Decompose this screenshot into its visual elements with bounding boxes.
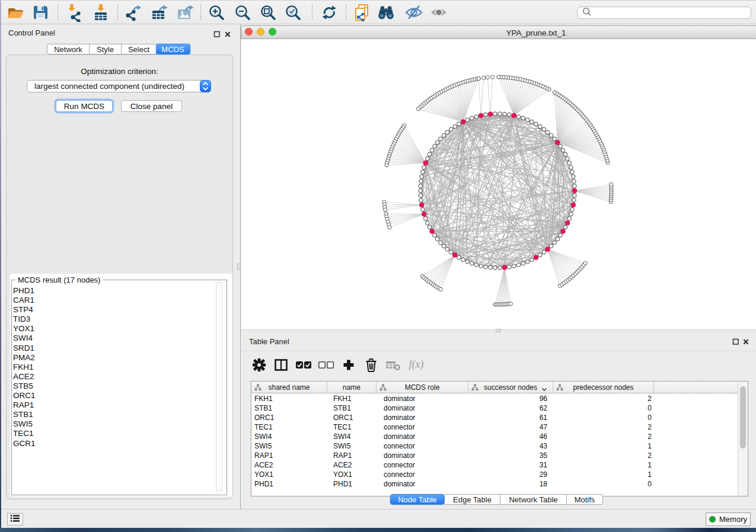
- column-header-predecessor-nodes[interactable]: predecessor nodes: [553, 382, 654, 393]
- window-close-button[interactable]: [245, 28, 253, 36]
- cell: RAP1: [327, 451, 377, 460]
- tab-style[interactable]: Style: [90, 44, 122, 55]
- close-panel-button[interactable]: Close panel: [121, 100, 182, 112]
- cell: 18: [468, 479, 553, 489]
- binoculars-icon[interactable]: [376, 2, 396, 23]
- optimization-criterion-select[interactable]: largest connected component (undirected): [27, 80, 211, 92]
- search-input[interactable]: [592, 8, 751, 18]
- vertical-splitter-handle[interactable]: [237, 264, 241, 270]
- search-icon: [582, 7, 592, 20]
- mcds-result-item[interactable]: RAP1: [13, 400, 209, 410]
- cell: ACE2: [251, 460, 327, 470]
- table-row-ORC1[interactable]: ORC1ORC1dominator610: [251, 413, 732, 422]
- cell: dominator: [377, 413, 468, 422]
- window-minimize-button[interactable]: [257, 28, 264, 36]
- gear-icon[interactable]: [250, 356, 268, 374]
- mcds-result-item[interactable]: FKH1: [13, 363, 209, 372]
- mcds-result-item[interactable]: ORC1: [13, 391, 209, 400]
- mcds-result-item[interactable]: STB5: [13, 382, 209, 391]
- mcds-result-item[interactable]: TID3: [13, 315, 209, 324]
- mcds-result-item[interactable]: ACE2: [13, 372, 209, 382]
- run-mcds-button[interactable]: Run MCDS: [56, 100, 113, 112]
- horizontal-splitter-handle[interactable]: [496, 329, 501, 332]
- sort-descending-icon: [541, 385, 547, 393]
- export-network-icon[interactable]: [123, 2, 143, 23]
- open-folder-icon[interactable]: [5, 2, 25, 23]
- cell: STB1: [327, 403, 377, 413]
- column-header-MCDS-role[interactable]: MCDS role: [377, 382, 468, 393]
- list-menu-icon: [10, 514, 20, 525]
- mcds-result-item[interactable]: YOX1: [13, 324, 209, 334]
- node-table-scrollbar[interactable]: [738, 382, 748, 496]
- table-row-SWI5[interactable]: SWI5SWI5connector431: [251, 441, 732, 451]
- table-row-PHD1[interactable]: PHD1PHD1dominator180: [251, 479, 732, 489]
- mcds-result-item[interactable]: SWI5: [13, 419, 209, 429]
- mcds-result-item[interactable]: TEC1: [13, 429, 209, 438]
- network-window-titlebar[interactable]: [241, 25, 756, 39]
- mcds-result-item[interactable]: GCR1: [13, 439, 209, 448]
- cell: 1: [553, 470, 654, 479]
- zoom-out-icon[interactable]: [232, 2, 253, 23]
- tab-select[interactable]: Select: [122, 44, 157, 55]
- table-tab-network-table[interactable]: Network Table: [500, 494, 567, 505]
- hide-graphics-icon[interactable]: [404, 2, 424, 23]
- table-row-YOX1[interactable]: YOX1YOX1connector291: [251, 470, 732, 479]
- table-tab-node-table[interactable]: Node Table: [390, 494, 445, 505]
- mcds-result-scrollbar[interactable]: [216, 282, 222, 491]
- table-row-RAP1[interactable]: RAP1RAP1dominator352: [251, 451, 732, 460]
- show-hide-panels-button[interactable]: [7, 513, 23, 525]
- duplicate-network-icon[interactable]: [352, 2, 372, 23]
- window-zoom-button[interactable]: [269, 28, 276, 36]
- cell: 2: [553, 432, 654, 441]
- cell: 47: [468, 422, 553, 432]
- show-graphics-icon[interactable]: [429, 2, 449, 23]
- control-panel-tabs: NetworkStyleSelectMCDS: [47, 44, 190, 55]
- table-row-SWI4[interactable]: SWI4SWI4dominator462: [251, 432, 732, 441]
- table-row-FKH1[interactable]: FKH1FKH1dominator962: [251, 394, 732, 403]
- mcds-result-item[interactable]: PMA2: [13, 353, 209, 363]
- status-bar: [1, 509, 756, 528]
- columns-icon[interactable]: [272, 356, 290, 374]
- table-row-TEC1[interactable]: TEC1TEC1connector472: [251, 422, 732, 432]
- memory-button[interactable]: Memory: [706, 512, 751, 526]
- table-panel-tabs: Node TableEdge TableNetwork TableMotifs: [391, 494, 603, 505]
- zoom-fit-icon[interactable]: [258, 2, 278, 23]
- refresh-icon[interactable]: [319, 2, 339, 23]
- search-box[interactable]: [577, 7, 751, 19]
- uncheck-pair-icon[interactable]: [317, 356, 335, 374]
- network-view-canvas[interactable]: [241, 39, 756, 330]
- mcds-result-item[interactable]: STP4: [13, 305, 209, 315]
- close-table-panel-icon[interactable]: [742, 337, 749, 344]
- mcds-result-item[interactable]: STB1: [13, 410, 209, 419]
- column-header-successor-nodes[interactable]: successor nodes: [468, 382, 553, 393]
- table-row-STB1[interactable]: STB1STB1dominator620: [251, 403, 732, 413]
- table-row-ACE2[interactable]: ACE2ACE2connector311: [251, 460, 732, 470]
- trash-icon[interactable]: [362, 356, 380, 374]
- float-table-panel-icon[interactable]: [732, 337, 739, 344]
- mcds-result-item[interactable]: PHD1: [13, 286, 209, 296]
- tab-network[interactable]: Network: [47, 44, 90, 55]
- zoom-selected-icon[interactable]: [283, 2, 303, 23]
- close-panel-icon[interactable]: [224, 30, 231, 37]
- mcds-result-item[interactable]: CAR1: [13, 296, 209, 305]
- table-tab-edge-table[interactable]: Edge Table: [445, 494, 500, 505]
- check-pair-icon[interactable]: [295, 356, 312, 374]
- export-table-icon[interactable]: [149, 2, 170, 23]
- table-tab-motifs[interactable]: Motifs: [567, 494, 603, 505]
- import-table-icon[interactable]: [91, 2, 111, 23]
- save-icon[interactable]: [30, 2, 50, 23]
- mcds-result-item[interactable]: SWI4: [13, 334, 209, 343]
- column-header-name[interactable]: name: [327, 382, 377, 393]
- import-network-icon[interactable]: [65, 2, 85, 23]
- mcds-result-item[interactable]: SRD1: [13, 344, 209, 353]
- combo-stepper-icon: [200, 80, 211, 92]
- node-table-scrollbar-thumb[interactable]: [740, 386, 746, 448]
- export-image-icon[interactable]: [176, 2, 196, 23]
- column-header-shared-name[interactable]: shared name: [251, 382, 327, 393]
- float-panel-icon[interactable]: [213, 30, 221, 37]
- fx-icon: f(x): [407, 356, 425, 374]
- cell: 62: [468, 403, 553, 413]
- plus-icon[interactable]: [340, 356, 358, 374]
- zoom-in-icon[interactable]: [206, 2, 227, 23]
- tab-mcds[interactable]: MCDS: [156, 44, 190, 55]
